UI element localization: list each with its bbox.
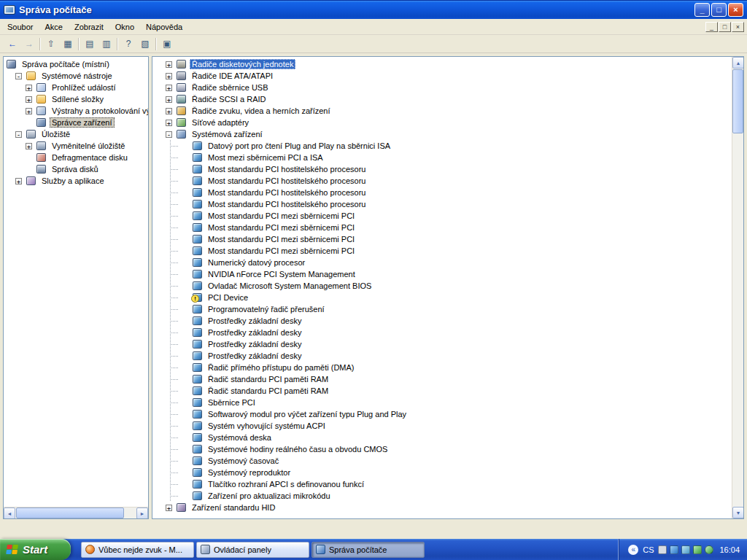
toolbar-button[interactable]: ▥ xyxy=(98,36,115,52)
menu-item[interactable]: Akce xyxy=(39,20,68,34)
toolbar-button[interactable]: ▣ xyxy=(159,36,175,52)
expand-toggle[interactable]: + xyxy=(166,73,172,79)
device-tree-item[interactable]: Most standardu PCI hostitelského proceso… xyxy=(152,175,731,187)
device-tree-item[interactable]: Sběrnice PCI xyxy=(152,397,731,408)
expand-toggle[interactable]: + xyxy=(166,120,172,126)
device-tree-item[interactable]: Most standardu PCI hostitelského proceso… xyxy=(152,187,731,198)
device-tree-item[interactable]: + Řadiče SCSI a RAID xyxy=(152,93,731,105)
toolbar-button[interactable] xyxy=(77,36,81,52)
toolbar-button[interactable]: ▧ xyxy=(137,36,153,52)
expand-toggle[interactable]: - xyxy=(15,73,22,79)
volume-icon[interactable] xyxy=(658,545,667,554)
console-tree-item[interactable]: + Služby a aplikace xyxy=(4,175,148,187)
scroll-right-button[interactable]: ► xyxy=(136,508,148,519)
expand-toggle[interactable]: + xyxy=(26,143,32,149)
device-tree-item[interactable]: Systémový časovač xyxy=(152,455,731,467)
expand-toggle[interactable]: - xyxy=(15,131,22,138)
device-tree-item[interactable]: Řadič standardu PCI paměti RAM xyxy=(152,373,731,385)
toolbar-button[interactable]: ▤ xyxy=(82,36,98,52)
console-tree-item[interactable]: + Sdílené složky xyxy=(4,93,148,105)
menu-item[interactable]: Nápověda xyxy=(140,20,188,34)
antivirus-icon[interactable] xyxy=(705,545,713,554)
menu-item[interactable]: Soubor xyxy=(1,20,39,34)
messenger-icon[interactable] xyxy=(693,545,702,554)
scrollbar-track[interactable] xyxy=(732,134,743,507)
expand-toggle[interactable]: + xyxy=(26,96,32,103)
device-tree-item[interactable]: + Řadiče disketových jednotek xyxy=(152,58,731,70)
expand-toggle[interactable]: + xyxy=(166,505,172,511)
expand-toggle[interactable]: + xyxy=(166,96,172,103)
device-tree-item[interactable]: Tlačítko rozhraní APCI s definovanou fun… xyxy=(152,478,731,490)
vertical-scrollbar[interactable]: ▲ ▼ xyxy=(732,57,743,518)
console-tree-item[interactable]: + Výstrahy a protokolování vý xyxy=(4,105,148,117)
expand-toggle[interactable]: + xyxy=(26,108,32,114)
close-button[interactable]: × xyxy=(728,3,743,17)
device-tree-item[interactable]: Softwarový modul pro výčet zařízení typu… xyxy=(152,408,731,420)
device-tree-item[interactable]: + Řadiče sběrnice USB xyxy=(152,82,731,93)
device-tree-item[interactable]: - Systémová zařízení xyxy=(152,128,731,140)
language-indicator[interactable]: CS xyxy=(643,545,654,554)
toolbar-button[interactable]: ⇧ xyxy=(43,36,59,52)
child-restore-button[interactable]: □ xyxy=(719,22,731,32)
device-tree-item[interactable]: + Řadiče zvuku, videa a herních zařízení xyxy=(152,105,731,117)
toolbar-button[interactable]: ? xyxy=(120,36,136,52)
device-tree-item[interactable]: Most standardu PCI mezi sběrnicemi PCI xyxy=(152,245,731,257)
console-tree-item[interactable]: Správa počítače (místní) xyxy=(4,58,148,70)
taskbar-task-button[interactable]: Vůbec nejde zvuk - M... xyxy=(81,542,194,558)
console-tree-item[interactable]: - Systémové nástroje xyxy=(4,70,148,82)
taskbar-task-button[interactable]: Správa počítače xyxy=(311,542,425,558)
child-close-button[interactable]: × xyxy=(732,22,744,32)
start-button[interactable]: Start xyxy=(0,539,71,560)
menu-item[interactable]: Okno xyxy=(109,20,140,34)
device-tree-item[interactable]: Most mezi sběrnicemi PCI a ISA xyxy=(152,152,731,163)
console-tree-item[interactable]: Defragmentace disku xyxy=(4,152,148,163)
toolbar-button[interactable]: → xyxy=(21,36,37,52)
menu-item[interactable]: Zobrazit xyxy=(69,20,109,34)
device-tree-item[interactable]: Numerický datový procesor xyxy=(152,257,731,268)
scrollbar-thumb[interactable] xyxy=(16,508,124,518)
device-tree-item[interactable]: PCI Device xyxy=(152,292,731,303)
expand-toggle[interactable]: + xyxy=(166,61,172,68)
device-tree-item[interactable]: Řadič standardu PCI paměti RAM xyxy=(152,385,731,397)
device-tree-item[interactable]: Zařízení pro aktualizaci mikrokódu xyxy=(152,490,731,502)
console-tree-item[interactable]: - Úložiště xyxy=(4,128,148,140)
device-tree-item[interactable]: Prostředky základní desky xyxy=(152,315,731,327)
device-tree-item[interactable]: Most standardu PCI mezi sběrnicemi PCI xyxy=(152,222,731,233)
scroll-down-button[interactable]: ▼ xyxy=(732,507,744,518)
device-tree-item[interactable]: Systém vyhovující systému ACPI xyxy=(152,420,731,432)
console-tree-item[interactable]: Správa disků xyxy=(4,163,148,175)
device-tree-item[interactable]: + Síťové adaptéry xyxy=(152,117,731,128)
device-tree-item[interactable]: Systémový reproduktor xyxy=(152,467,731,478)
expand-toggle[interactable]: + xyxy=(166,85,172,91)
device-tree-item[interactable]: NVIDIA nForce PCI System Management xyxy=(152,268,731,280)
horizontal-scrollbar[interactable]: ◄ ► xyxy=(4,507,148,518)
expand-toggle[interactable]: + xyxy=(166,108,172,114)
expand-toggle[interactable]: - xyxy=(166,131,172,138)
device-tree-item[interactable]: Datový port pro čtení Plug and Play na s… xyxy=(152,140,731,152)
device-tree-item[interactable]: Systémové hodiny reálného času a obvodu … xyxy=(152,443,731,455)
expand-toggle[interactable]: + xyxy=(26,85,32,91)
device-tree-item[interactable]: Prostředky základní desky xyxy=(152,327,731,338)
toolbar-button[interactable] xyxy=(38,36,42,52)
minimize-button[interactable]: _ xyxy=(694,3,710,17)
toolbar-button[interactable]: ▦ xyxy=(60,36,76,52)
device-tree-item[interactable]: Prostředky základní desky xyxy=(152,338,731,350)
scroll-up-button[interactable]: ▲ xyxy=(732,57,744,69)
device-tree-item[interactable]: + Řadiče IDE ATA/ATAPI xyxy=(152,70,731,82)
scrollbar-track[interactable] xyxy=(125,508,136,518)
toolbar-button[interactable]: ← xyxy=(4,36,20,52)
expand-toggle[interactable]: + xyxy=(15,178,22,184)
device-tree-item[interactable]: Programovatelný řadič přerušení xyxy=(152,303,731,315)
console-tree-item[interactable]: Správce zařízení xyxy=(4,117,148,128)
device-tree-item[interactable]: Most standardu PCI mezi sběrnicemi PCI xyxy=(152,233,731,245)
device-tree-item[interactable]: Řadič přímého přístupu do paměti (DMA) xyxy=(152,362,731,373)
title-bar[interactable]: Správa počítače _ □ × xyxy=(0,0,747,19)
display-icon[interactable] xyxy=(670,545,678,554)
child-minimize-button[interactable]: _ xyxy=(705,22,718,32)
network-icon[interactable] xyxy=(681,545,690,554)
taskbar-task-button[interactable]: Ovládací panely xyxy=(196,542,309,558)
device-tree-item[interactable]: Most standardu PCI mezi sběrnicemi PCI xyxy=(152,210,731,222)
toolbar-button[interactable] xyxy=(154,36,158,52)
device-tree-item[interactable]: Most standardu PCI hostitelského proceso… xyxy=(152,198,731,210)
device-tree-item[interactable]: Prostředky základní desky xyxy=(152,350,731,362)
